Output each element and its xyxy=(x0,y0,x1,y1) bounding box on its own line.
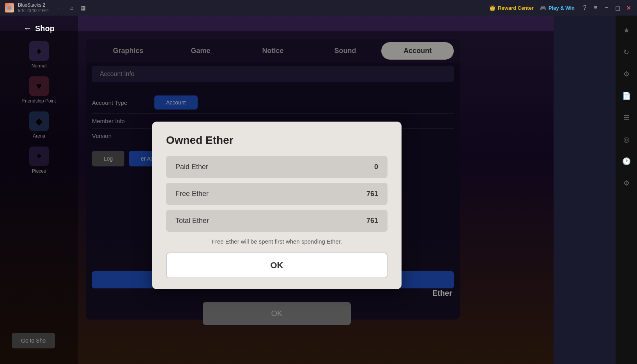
sidebar-icon-1[interactable]: ★ xyxy=(619,23,633,37)
paid-ether-value: 0 xyxy=(374,163,378,171)
minimize-button[interactable]: − xyxy=(603,4,610,12)
apps-button[interactable]: ▦ xyxy=(79,4,88,12)
owned-ether-dialog: Owned Ether Paid Ether 0 Free Ether 761 … xyxy=(152,122,402,289)
titlebar-right: 👑 Reward Center 🎮 Play & Win ? ≡ − ◻ ✕ xyxy=(489,4,632,12)
paid-ether-label: Paid Ether xyxy=(175,163,208,171)
restore-button[interactable]: ◻ xyxy=(614,4,621,12)
dialog-overlay: Owned Ether Paid Ether 0 Free Ether 761 … xyxy=(0,31,554,364)
sidebar-icon-3[interactable]: ⚙ xyxy=(619,67,633,81)
close-button[interactable]: ✕ xyxy=(625,4,632,12)
crown-icon: 👑 xyxy=(489,5,495,11)
sidebar-icon-8[interactable]: ⚙ xyxy=(619,176,633,190)
menu-button[interactable]: ≡ xyxy=(592,4,600,12)
titlebar: BlueStacks 2 5.10.20.1002 P64 ← ⌂ ▦ 👑 Re… xyxy=(0,0,637,16)
play-icon: 🎮 xyxy=(540,5,546,11)
total-ether-label: Total Ether xyxy=(175,217,209,225)
reward-center-button[interactable]: 👑 Reward Center xyxy=(489,5,534,11)
bluestacks-logo xyxy=(5,3,14,12)
ether-note: Free Ether will be spent first when spen… xyxy=(166,238,388,245)
game-area: ← Shop ♦ Normal ♥ Friendship Point ◆ Are… xyxy=(0,16,554,364)
sidebar-icon-6[interactable]: ◎ xyxy=(619,133,633,147)
nav-buttons: ← ⌂ ▦ xyxy=(56,4,88,12)
total-ether-value: 761 xyxy=(366,217,378,225)
total-ether-row: Total Ether 761 xyxy=(166,210,388,232)
paid-ether-row: Paid Ether 0 xyxy=(166,156,388,178)
right-sidebar: ★ ↻ ⚙ 📄 ☰ ◎ 🕑 ⚙ xyxy=(616,16,637,364)
home-button[interactable]: ⌂ xyxy=(67,4,76,12)
back-button[interactable]: ← xyxy=(56,4,64,12)
sidebar-icon-7[interactable]: 🕑 xyxy=(619,154,633,168)
sidebar-icon-4[interactable]: 📄 xyxy=(619,89,633,103)
sidebar-icon-5[interactable]: ☰ xyxy=(619,111,633,125)
free-ether-row: Free Ether 761 xyxy=(166,183,388,205)
window-controls: ? ≡ − ◻ ✕ xyxy=(581,4,632,12)
dialog-title: Owned Ether xyxy=(166,134,388,147)
ok-button[interactable]: OK xyxy=(166,253,388,278)
free-ether-value: 761 xyxy=(366,190,378,198)
help-button[interactable]: ? xyxy=(581,4,589,12)
app-title: BlueStacks 2 5.10.20.1002 P64 xyxy=(18,2,49,13)
sidebar-icon-2[interactable]: ↻ xyxy=(619,45,633,59)
play-win-button[interactable]: 🎮 Play & Win xyxy=(540,5,575,11)
free-ether-label: Free Ether xyxy=(175,190,209,198)
